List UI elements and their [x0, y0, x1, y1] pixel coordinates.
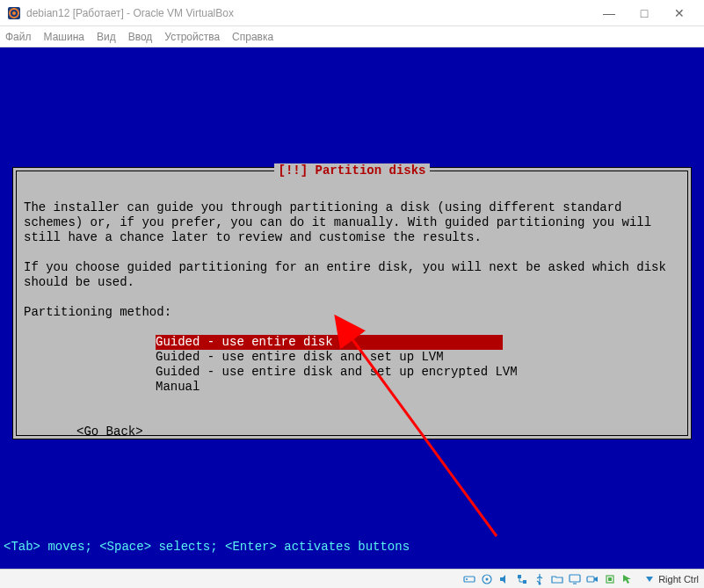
keyboard-hint: <Tab> moves; <Space> selects; <Enter> ac… — [4, 540, 410, 555]
menu-file[interactable]: Файл — [5, 31, 32, 43]
svg-rect-9 — [523, 580, 526, 584]
keyboard-down-icon — [643, 573, 656, 585]
svg-point-2 — [12, 11, 16, 15]
shared-folders-icon[interactable] — [550, 572, 564, 586]
dialog-body: The installer can guide you through part… — [24, 185, 680, 428]
menu-input[interactable]: Ввод — [128, 31, 153, 43]
maximize-button[interactable]: □ — [627, 1, 662, 25]
optical-drive-icon[interactable] — [480, 572, 494, 586]
host-key-indicator[interactable]: Right Ctrl — [643, 573, 699, 585]
svg-point-5 — [466, 578, 468, 580]
go-back-button[interactable]: <Go Back> — [76, 425, 143, 439]
svg-point-7 — [486, 577, 489, 580]
dialog-paragraph-2: If you choose guided partitioning for an… — [24, 260, 666, 289]
option-guided-encrypted-lvm[interactable]: Guided - use entire disk and set up encr… — [156, 365, 680, 380]
svg-rect-12 — [587, 577, 594, 582]
display-icon[interactable] — [568, 572, 582, 586]
option-guided-lvm[interactable]: Guided - use entire disk and set up LVM — [156, 350, 680, 365]
audio-icon[interactable] — [497, 572, 512, 586]
svg-point-10 — [539, 582, 541, 584]
svg-rect-11 — [570, 575, 580, 582]
installer-dialog: [!!] Partition disks The installer can g… — [12, 167, 692, 439]
usb-icon[interactable] — [533, 572, 547, 586]
option-guided-entire-disk[interactable]: Guided - use entire disk — [156, 335, 503, 350]
menu-machine[interactable]: Машина — [44, 31, 84, 43]
dialog-title: [!!] Partition disks — [274, 163, 429, 178]
host-key-label: Right Ctrl — [658, 574, 699, 584]
menu-view[interactable]: Вид — [97, 31, 116, 43]
option-manual[interactable]: Manual — [156, 380, 680, 395]
vm-display[interactable]: [!!] Partition disks The installer can g… — [0, 47, 704, 569]
menu-bar: Файл Машина Вид Ввод Устройства Справка — [0, 26, 704, 47]
close-button[interactable]: ✕ — [662, 1, 697, 25]
hard-disk-icon[interactable] — [462, 572, 476, 586]
virtualbox-icon — [7, 6, 21, 20]
window-titlebar: debian12 [Работает] - Oracle VM VirtualB… — [0, 0, 704, 26]
network-icon[interactable] — [515, 572, 529, 586]
mouse-integration-icon[interactable] — [621, 572, 635, 586]
window-title: debian12 [Работает] - Oracle VM VirtualB… — [26, 7, 234, 19]
status-bar: Right Ctrl — [0, 569, 704, 588]
svg-rect-8 — [518, 575, 521, 578]
dialog-prompt: Partitioning method: — [24, 305, 171, 319]
cpu-icon[interactable] — [603, 572, 617, 586]
menu-devices[interactable]: Устройства — [164, 31, 220, 43]
svg-rect-4 — [464, 577, 475, 582]
svg-rect-14 — [608, 577, 612, 581]
recording-icon[interactable] — [585, 572, 599, 586]
minimize-button[interactable]: — — [592, 1, 627, 25]
menu-help[interactable]: Справка — [232, 31, 273, 43]
dialog-paragraph-1: The installer can guide you through part… — [24, 200, 651, 244]
